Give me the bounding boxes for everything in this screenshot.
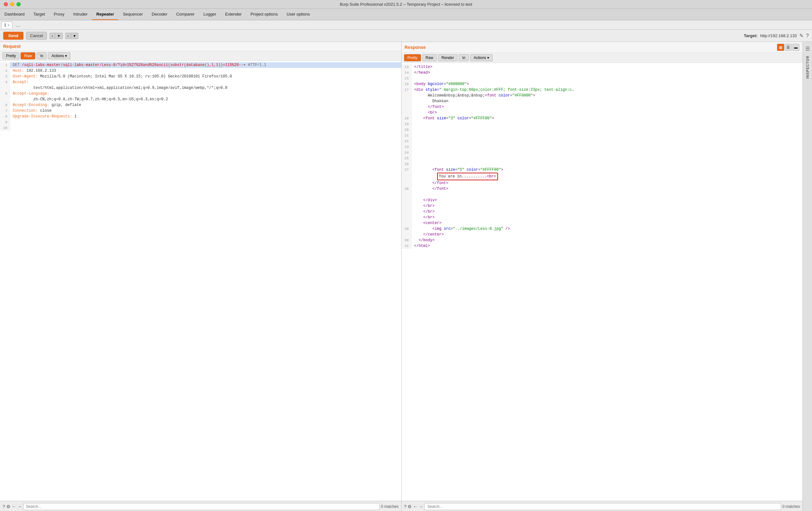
resp-search-settings[interactable]: ⚙ [408, 504, 412, 509]
nav-forward-dropdown[interactable]: ▼ [71, 33, 79, 39]
resp-view-pretty[interactable]: Pretty [404, 54, 421, 61]
cancel-button[interactable]: Cancel [26, 32, 47, 40]
resp-num-22: 22 [402, 138, 412, 144]
resp-num-28a [402, 192, 412, 197]
resp-content-22 [412, 138, 417, 144]
nav-dashboard[interactable]: Dashboard [0, 9, 29, 20]
line-num-5: 5 [0, 91, 10, 102]
tab-bar: 1 × … [0, 20, 812, 30]
tab-1[interactable]: 1 × [1, 22, 12, 28]
req-search-help[interactable]: ? [3, 504, 5, 509]
resp-view-render[interactable]: Render [438, 54, 457, 61]
resp-vm-list[interactable]: ☰ [785, 44, 792, 51]
send-button[interactable]: Send [3, 32, 24, 40]
resp-content-28c: </br> [412, 203, 437, 209]
nav-forward-button[interactable]: › [65, 33, 71, 39]
resp-content-13: </title> [412, 64, 435, 70]
resp-content-16: <body bgcolor="#000000"> [412, 81, 472, 87]
resp-content-21 [412, 133, 417, 138]
navbar: Dashboard Target Proxy Intruder Repeater… [0, 9, 812, 20]
nav-extender[interactable]: Extender [221, 9, 246, 20]
resp-content-27: <font size="5" color="#FFFF00"> [412, 167, 506, 173]
resp-content-28e: </br> [412, 215, 437, 220]
req-search-prev[interactable]: ← [12, 504, 16, 509]
line-num-10: 10 [0, 125, 10, 131]
response-search-matches: 0 matches [783, 504, 800, 509]
resp-content-30: </body> [412, 237, 437, 243]
resp-line-16: 16 <body bgcolor="#000000"> [402, 81, 803, 87]
request-toolbar: Pretty Raw \n Actions ▾ [0, 51, 401, 61]
response-search-input[interactable] [425, 503, 781, 510]
nav-sequencer[interactable]: Sequencer [118, 9, 147, 20]
request-line-4: 4 Accept: text/html,application/xhtml+xm… [0, 79, 401, 91]
nav-repeater[interactable]: Repeater [92, 9, 119, 20]
main-content: Request Pretty Raw \n Actions ▾ 1 GET /s… [0, 42, 812, 511]
req-view-pretty[interactable]: Pretty [3, 52, 19, 59]
resp-view-ln[interactable]: \n [459, 54, 469, 61]
req-search-settings[interactable]: ⚙ [6, 504, 10, 509]
line-content-6: Accept-Encoding: gzip, deflate [10, 102, 84, 108]
resp-num-27: 27 [402, 167, 412, 173]
request-line-9: 9 [0, 119, 401, 125]
resp-line-17a: Welcome&nbsp;&nbsp;&nbsp;<font color="#F… [402, 93, 803, 99]
resp-view-actions[interactable]: Actions ▾ [470, 54, 493, 61]
resp-search-help[interactable]: ? [404, 504, 407, 509]
resp-content-28: </font> [412, 186, 451, 192]
resp-content-28d: </br> [412, 209, 437, 215]
resp-view-raw[interactable]: Raw [422, 54, 437, 61]
nav-user-options[interactable]: User options [282, 9, 314, 20]
nav-comparer[interactable]: Comparer [172, 9, 199, 20]
response-code-area[interactable]: 13 </title> 14 </head> 15 16 <body bgcol… [402, 63, 803, 501]
resp-num-28b [402, 197, 412, 203]
resp-num-18: 18 [402, 115, 412, 121]
nav-back-button[interactable]: ‹ [50, 33, 55, 39]
resp-num-30: 30 [402, 237, 412, 243]
resp-content-28f: <center> [412, 220, 444, 226]
nav-decoder[interactable]: Decoder [147, 9, 172, 20]
req-view-actions[interactable]: Actions ▾ [48, 52, 70, 59]
req-search-next[interactable]: → [18, 504, 22, 509]
req-view-ln[interactable]: \n [36, 52, 47, 59]
resp-content-26 [412, 161, 417, 167]
tab-1-close[interactable]: × [8, 23, 9, 27]
resp-content-17: <div style=" margin-top:60px;color:#FFF;… [412, 87, 577, 93]
line-num-3: 3 [0, 74, 10, 79]
nav-target[interactable]: Target [29, 9, 50, 20]
resp-line-24: 24 [402, 150, 803, 156]
help-button[interactable]: ? [806, 33, 809, 39]
response-toolbar: Pretty Raw Render \n Actions ▾ [402, 53, 803, 63]
resp-content-29: <img src="../images/Less-8.jpg" /> [412, 226, 513, 232]
nav-intruder[interactable]: Intruder [69, 9, 92, 20]
inspector-toggle[interactable]: ☰ [804, 45, 811, 53]
resp-vm-block[interactable]: ▬ [792, 44, 799, 51]
resp-content-27b: </font> [412, 180, 451, 186]
resp-content-25 [412, 156, 417, 161]
maximize-traffic-light[interactable] [17, 2, 21, 6]
resp-num-29a [402, 232, 412, 237]
line-content-3: User-Agent: Mozilla/5.0 (Macintosh; Inte… [10, 74, 234, 79]
tab-more[interactable]: … [13, 22, 23, 28]
resp-line-17b: Dhakkan [402, 99, 803, 104]
resp-line-30: 30 </body> [402, 237, 803, 243]
minimize-traffic-light[interactable] [10, 2, 14, 6]
resp-num-15: 15 [402, 76, 412, 81]
resp-line-14: 14 </head> [402, 70, 803, 76]
resp-line-28c: </br> [402, 203, 803, 209]
line-num-9: 9 [0, 119, 10, 125]
nav-logger[interactable]: Logger [199, 9, 221, 20]
resp-search-next[interactable]: → [419, 504, 423, 509]
edit-target-button[interactable]: ✎ [799, 33, 804, 39]
resp-line-28e: </br> [402, 215, 803, 220]
resp-num-25: 25 [402, 156, 412, 161]
nav-back-dropdown[interactable]: ▼ [55, 33, 63, 39]
request-code-area[interactable]: 1 GET /sqli-labs-master/sqli-labs-master… [0, 61, 401, 501]
nav-project-options[interactable]: Project options [246, 9, 282, 20]
resp-line-15: 15 [402, 76, 803, 81]
close-traffic-light[interactable] [4, 2, 8, 6]
resp-search-prev[interactable]: ← [413, 504, 417, 509]
resp-vm-grid[interactable]: ▦ [777, 44, 784, 51]
req-view-raw[interactable]: Raw [21, 52, 35, 59]
resp-content-14: </head> [412, 70, 433, 76]
nav-proxy[interactable]: Proxy [50, 9, 69, 20]
request-search-input[interactable] [23, 503, 380, 510]
